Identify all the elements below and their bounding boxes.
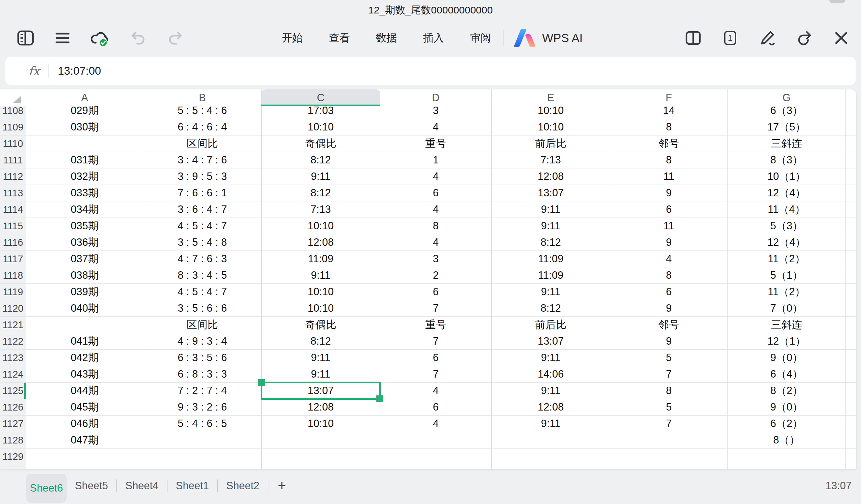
cell-G1119[interactable]: 11（2）: [728, 284, 846, 300]
cell-G1122[interactable]: 12（1）: [728, 333, 846, 350]
close-button[interactable]: [831, 28, 851, 48]
row-header-1122[interactable]: 1122: [0, 333, 26, 350]
select-all-cell[interactable]: [0, 89, 26, 106]
row-header-1123[interactable]: 1123: [0, 350, 26, 366]
cell-A1113[interactable]: 033期: [26, 185, 143, 201]
cell-C1113[interactable]: 8:12: [262, 185, 380, 201]
cell-A1127[interactable]: 046期: [26, 416, 143, 432]
cell-A1129[interactable]: [26, 449, 143, 465]
cell-C1121[interactable]: 奇偶比: [262, 317, 380, 333]
cell-C1110[interactable]: 奇偶比: [262, 136, 380, 152]
cell-B1112[interactable]: 3 : 9 : 5 : 3: [143, 168, 262, 185]
cell-C1108[interactable]: 17:03: [262, 106, 380, 119]
menu-tab-4[interactable]: 插入: [423, 31, 444, 45]
cloud-sync-button[interactable]: [89, 27, 111, 49]
cell-A1110[interactable]: [26, 136, 143, 152]
column-header-E[interactable]: E: [492, 89, 610, 106]
cell-C1115[interactable]: 10:10: [262, 218, 380, 234]
cell-F1117[interactable]: 4: [610, 251, 728, 267]
cell-D1125[interactable]: 4: [380, 383, 492, 399]
cell-C1129[interactable]: [262, 449, 380, 465]
cell-B1117[interactable]: 4 : 7 : 6 : 3: [143, 251, 262, 267]
cell-A1112[interactable]: 032期: [26, 168, 143, 185]
cell-A1126[interactable]: 045期: [26, 399, 143, 416]
cell-D1126[interactable]: 6: [380, 399, 492, 416]
cell-A1111[interactable]: 031期: [26, 152, 143, 168]
cell-B1130[interactable]: [143, 465, 262, 469]
cell-D1109[interactable]: 4: [380, 119, 492, 136]
row-header-1114[interactable]: 1114: [0, 201, 26, 218]
column-header-C[interactable]: C: [262, 89, 380, 106]
cell-C1116[interactable]: 12:08: [262, 234, 380, 251]
cell-A1122[interactable]: 041期: [26, 333, 143, 350]
cell-C1118[interactable]: 9:11: [262, 267, 380, 284]
redo-button[interactable]: [164, 27, 186, 49]
row-header-1109[interactable]: 1109: [0, 119, 26, 136]
cell-E1110[interactable]: 前后比: [492, 136, 610, 152]
cell-A1121[interactable]: [26, 317, 143, 333]
cell-D1120[interactable]: 7: [380, 300, 492, 317]
cell-F1115[interactable]: 11: [610, 218, 728, 234]
cell-A1123[interactable]: 042期: [26, 350, 143, 366]
cell-A1117[interactable]: 037期: [26, 251, 143, 267]
column-header-F[interactable]: F: [610, 89, 728, 106]
cell-A1118[interactable]: 038期: [26, 267, 143, 284]
cell-C1127[interactable]: 10:10: [262, 416, 380, 432]
cell-F1109[interactable]: 8: [610, 119, 728, 136]
cell-G1109[interactable]: 17（5）: [728, 119, 846, 136]
menu-tab-5[interactable]: 审阅: [470, 31, 491, 45]
cell-E1124[interactable]: 14:06: [492, 366, 610, 383]
row-header-1119[interactable]: 1119: [0, 284, 26, 300]
cell-B1123[interactable]: 6 : 3 : 5 : 6: [143, 350, 262, 366]
cell-G1113[interactable]: 12（4）: [728, 185, 846, 201]
cell-F1121[interactable]: 邻号: [610, 317, 728, 333]
cell-D1130[interactable]: [380, 465, 492, 469]
cell-G1117[interactable]: 11（2）: [728, 251, 846, 267]
cell-B1122[interactable]: 4 : 9 : 3 : 4: [143, 333, 262, 350]
cell-D1119[interactable]: 6: [380, 284, 492, 300]
cell-A1120[interactable]: 040期: [26, 300, 143, 317]
cell-E1109[interactable]: 10:10: [492, 119, 610, 136]
cell-B1125[interactable]: 7 : 2 : 7 : 4: [143, 383, 262, 399]
cell-G1115[interactable]: 5（3）: [728, 218, 846, 234]
add-sheet-button[interactable]: +: [269, 478, 295, 494]
row-header-1111[interactable]: 1111: [0, 152, 26, 168]
sheet-tab-sheet1[interactable]: Sheet1: [167, 480, 217, 492]
row-header-1130[interactable]: [0, 465, 26, 469]
cell-B1120[interactable]: 3 : 5 : 6 : 6: [143, 300, 262, 317]
cell-C1114[interactable]: 7:13: [262, 201, 380, 218]
cell-D1110[interactable]: 重号: [380, 136, 492, 152]
cell-F1125[interactable]: 8: [610, 383, 728, 399]
cell-C1111[interactable]: 8:12: [262, 152, 380, 168]
cell-F1120[interactable]: 9: [610, 300, 728, 317]
row-header-1115[interactable]: 1115: [0, 218, 26, 234]
column-header-A[interactable]: A: [26, 89, 143, 106]
column-header-B[interactable]: B: [143, 89, 262, 106]
cell-E1125[interactable]: 9:11: [492, 383, 610, 399]
cell-G1108[interactable]: 6（3）: [728, 106, 846, 119]
cell-E1113[interactable]: 13:07: [492, 185, 610, 201]
cell-E1123[interactable]: 9:11: [492, 350, 610, 366]
cell-A1130[interactable]: [26, 465, 143, 469]
row-header-1112[interactable]: 1112: [0, 168, 26, 185]
cell-E1111[interactable]: 7:13: [492, 152, 610, 168]
selection-handle-bottomright[interactable]: [377, 395, 383, 402]
cell-G1121[interactable]: 三斜连: [728, 317, 846, 333]
cell-C1130[interactable]: [262, 465, 380, 469]
cell-E1130[interactable]: [492, 465, 610, 469]
formula-bar[interactable]: fx 13:07:00: [5, 57, 856, 85]
cell-B1119[interactable]: 4 : 5 : 4 : 7: [143, 284, 262, 300]
cell-B1110[interactable]: 区间比: [143, 136, 262, 152]
row-header-1125[interactable]: 1125: [0, 383, 26, 399]
row-header-1118[interactable]: 1118: [0, 267, 26, 284]
cell-G1114[interactable]: 11（4）: [728, 201, 846, 218]
cell-D1115[interactable]: 8: [380, 218, 492, 234]
sheet-tab-sheet5[interactable]: Sheet5: [67, 480, 117, 492]
cell-D1116[interactable]: 4: [380, 234, 492, 251]
cell-G1126[interactable]: 9（0）: [728, 399, 846, 416]
cell-F1127[interactable]: 7: [610, 416, 728, 432]
cell-F1122[interactable]: 9: [610, 333, 728, 350]
sheet-tab-sheet4[interactable]: Sheet4: [117, 480, 167, 492]
cell-F1112[interactable]: 11: [610, 168, 728, 185]
split-view-button[interactable]: [683, 28, 703, 48]
